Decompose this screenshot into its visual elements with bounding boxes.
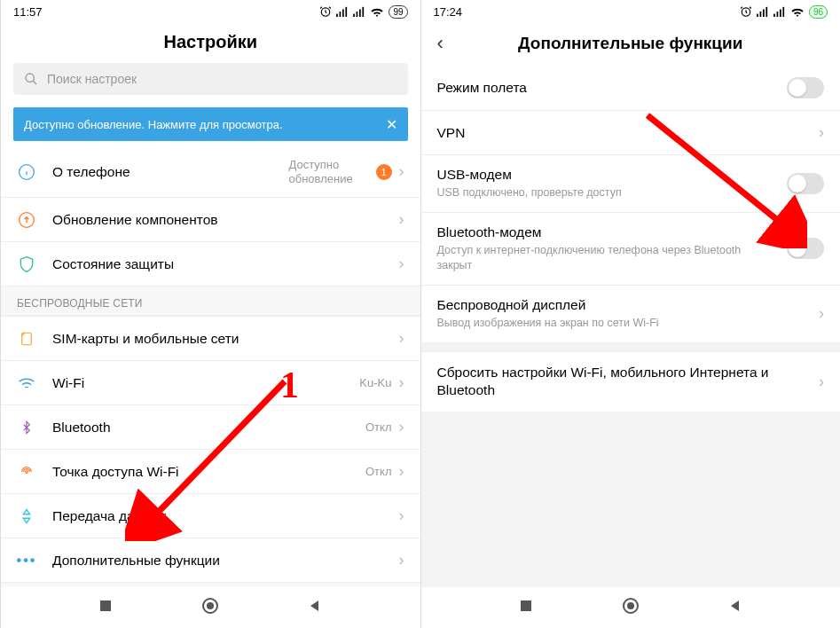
row-bluetooth[interactable]: Bluetooth Откл› [1, 404, 420, 449]
toggle-airplane[interactable] [787, 77, 824, 98]
section-wireless: БЕСПРОВОДНЫЕ СЕТИ [1, 286, 420, 316]
update-banner-text: Доступно обновление. Нажмите для просмот… [24, 118, 283, 131]
svg-rect-4 [346, 7, 348, 17]
row-value: Ku-Ku [359, 376, 391, 389]
wifi-icon [18, 376, 35, 390]
row-airplane-mode[interactable]: Режим полета [421, 66, 841, 110]
row-value: Откл [365, 465, 392, 478]
svg-rect-1 [337, 14, 339, 17]
row-label: Беспроводной дисплей [437, 297, 804, 313]
toggle-usb[interactable] [787, 173, 824, 194]
svg-rect-14 [100, 601, 111, 611]
search-input[interactable]: Поиск настроек [13, 63, 408, 95]
row-label: Bluetooth [52, 420, 349, 436]
svg-rect-24 [776, 12, 778, 17]
data-icon [19, 507, 35, 525]
nav-bar [421, 587, 841, 628]
row-wifi[interactable]: Wi-Fi Ku-Ku› [1, 360, 420, 404]
svg-rect-6 [357, 12, 358, 17]
svg-rect-19 [757, 14, 758, 17]
battery-indicator: 99 [389, 5, 407, 19]
chevron-right-icon: › [399, 255, 404, 273]
page-title: Дополнительные функции [437, 34, 825, 53]
svg-point-9 [26, 74, 34, 82]
row-label: VPN [437, 125, 804, 141]
svg-rect-27 [521, 601, 531, 611]
search-icon [24, 72, 38, 86]
bluetooth-icon [20, 419, 34, 436]
row-additional-functions[interactable]: ••• Дополнительные функции › [1, 538, 420, 582]
page-title: Настройки [1, 23, 420, 63]
status-bar: 11:57 99 [1, 0, 420, 23]
blank-area [421, 412, 841, 587]
row-vpn[interactable]: VPN › [421, 110, 841, 154]
svg-rect-25 [780, 9, 781, 17]
row-usb-tethering[interactable]: USB-модем USB подключено, проверьте дост… [421, 154, 841, 212]
settings-list: О телефоне Доступно обновление 1 › Обнов… [1, 146, 420, 587]
svg-point-29 [627, 602, 634, 609]
nav-home[interactable] [622, 597, 640, 618]
row-label: Точка доступа Wi-Fi [52, 464, 349, 480]
row-label: Обновление компонентов [52, 212, 383, 228]
svg-rect-3 [342, 9, 344, 17]
status-time: 11:57 [13, 5, 43, 19]
update-banner[interactable]: Доступно обновление. Нажмите для просмот… [13, 107, 408, 141]
wifi-icon [370, 6, 384, 17]
row-value: Откл [365, 420, 392, 434]
nav-recent[interactable] [98, 599, 113, 616]
close-icon[interactable]: ✕ [386, 116, 397, 133]
chevron-right-icon: › [399, 210, 404, 229]
status-bar: 17:24 96 [421, 0, 841, 23]
search-placeholder: Поиск настроек [47, 72, 137, 86]
nav-back[interactable] [308, 599, 322, 616]
status-time: 17:24 [434, 5, 463, 19]
chevron-right-icon: › [399, 373, 404, 392]
svg-rect-26 [782, 7, 784, 17]
row-reset-network[interactable]: Сбросить настройки Wi-Fi, мобильного Инт… [421, 351, 841, 412]
svg-rect-21 [763, 9, 765, 17]
nav-back[interactable] [728, 599, 742, 616]
row-sim-cards[interactable]: SIM-карты и мобильные сети › [1, 316, 420, 360]
divider [421, 342, 841, 351]
settings-screen-left: 11:57 99 Настройки Поиск настроек Доступ… [0, 0, 420, 628]
toggle-bluetooth[interactable] [787, 238, 824, 259]
info-icon [18, 163, 35, 181]
chevron-right-icon: › [399, 162, 404, 181]
row-label: Сбросить настройки Wi-Fi, мобильного Инт… [437, 364, 804, 401]
nav-recent[interactable] [519, 599, 533, 616]
chevron-right-icon: › [399, 418, 404, 436]
svg-rect-23 [773, 14, 775, 17]
row-label: SIM-карты и мобильные сети [52, 331, 383, 347]
row-about-phone[interactable]: О телефоне Доступно обновление 1 › [1, 146, 420, 197]
svg-rect-2 [340, 12, 341, 17]
signal-icon-1 [757, 6, 769, 17]
nav-home[interactable] [201, 597, 219, 618]
svg-rect-5 [354, 14, 356, 17]
row-hotspot[interactable]: Точка доступа Wi-Fi Откл› [1, 449, 420, 493]
wifi-icon [790, 6, 805, 17]
chevron-right-icon: › [819, 373, 824, 391]
signal-icon-1 [336, 6, 349, 17]
hotspot-icon [18, 465, 35, 479]
settings-list: Режим полета VPN › USB-модем USB подключ… [421, 66, 841, 587]
status-icons: 99 [319, 5, 407, 19]
row-label: USB-модем [437, 167, 772, 183]
row-bluetooth-tethering[interactable]: Bluetooth-модем Доступ к интернет-подклю… [421, 212, 841, 285]
settings-screen-right: 17:24 96 ‹ Дополнительные функции Режим … [420, 0, 841, 628]
row-label: Режим полета [437, 80, 772, 96]
battery-indicator: 96 [809, 5, 828, 19]
row-label: Дополнительные функции [52, 553, 383, 569]
alarm-icon [319, 5, 332, 18]
upload-icon [18, 211, 35, 229]
chevron-right-icon: › [819, 304, 824, 323]
row-data-transfer[interactable]: Передача данных › [1, 493, 420, 538]
row-component-updates[interactable]: Обновление компонентов › [1, 197, 420, 241]
more-icon: ••• [17, 553, 37, 569]
header: ‹ Дополнительные функции [421, 23, 841, 66]
chevron-right-icon: › [819, 123, 824, 142]
badge-count: 1 [376, 164, 392, 180]
row-sublabel: Доступ к интернет-подключению телефона ч… [437, 243, 772, 273]
row-wireless-display[interactable]: Беспроводной дисплей Вывод изображения н… [421, 285, 841, 342]
row-security-status[interactable]: Состояние защиты › [1, 241, 420, 286]
row-label: Состояние защиты [52, 256, 383, 272]
